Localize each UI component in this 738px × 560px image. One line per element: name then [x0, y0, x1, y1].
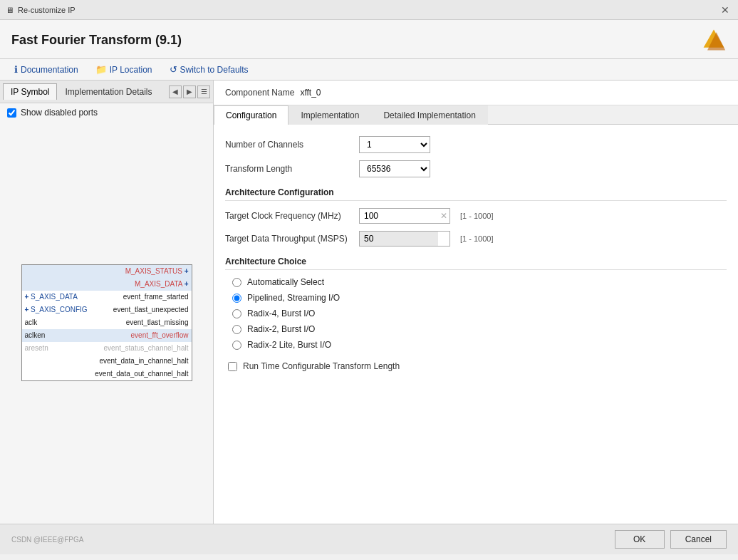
transform-length-row: Transform Length 65536 8 16 32768: [225, 160, 727, 177]
nav-menu-button[interactable]: ☰: [197, 85, 210, 98]
radio-pipelined: Pipelined, Streaming I/O: [225, 293, 727, 303]
m-axis-status-port: M_AXIS_STATUS +: [125, 266, 189, 277]
show-ports-row: Show disabled ports: [0, 103, 213, 122]
tab-implementation-details[interactable]: Implementation Details: [57, 83, 160, 100]
show-ports-checkbox[interactable]: [7, 108, 16, 118]
runtime-checkbox[interactable]: [228, 362, 237, 371]
bottom-buttons: OK Cancel: [615, 530, 727, 549]
content-area: IP Symbol Implementation Details ◀ ▶ ☰ S…: [0, 81, 738, 524]
target-clock-range: [1 - 1000]: [460, 212, 493, 220]
bottom-bar: CSDN @IEEE@FPGA OK Cancel: [0, 524, 738, 554]
info-icon: ℹ: [14, 64, 18, 75]
close-button[interactable]: ✕: [718, 4, 732, 16]
radio-radix2: Radix-2, Burst I/O: [225, 324, 727, 334]
aclken-row: aclken event_fft_overflow: [22, 329, 192, 342]
arch-config-title: Architecture Configuration: [225, 187, 727, 201]
radio-radix4: Radix-4, Burst I/O: [225, 308, 727, 318]
ip-symbol-area: M_AXIS_STATUS + M_AXIS_DATA + + S_AXIS_D…: [0, 122, 213, 524]
switch-defaults-label: Switch to Defaults: [180, 65, 249, 75]
radio-auto-select-input[interactable]: [232, 278, 241, 287]
target-throughput-input[interactable]: [360, 232, 438, 246]
event-data-in-row: event_data_in_channel_halt: [22, 355, 192, 368]
main-title: Fast Fourier Transform (9.1): [11, 33, 182, 48]
radio-radix2-label: Radix-2, Burst I/O: [247, 324, 315, 334]
runtime-label: Run Time Configurable Transform Length: [243, 361, 400, 371]
ip-location-button[interactable]: 📁 IP Location: [93, 63, 155, 76]
app-icon: 🖥: [6, 6, 14, 14]
documentation-button[interactable]: ℹ Documentation: [11, 63, 81, 76]
transform-length-label: Transform Length: [225, 164, 353, 174]
target-clock-input-wrapper: ✕: [359, 208, 450, 224]
radio-pipelined-label: Pipelined, Streaming I/O: [247, 293, 340, 303]
radio-pipelined-input[interactable]: [232, 294, 241, 303]
title-bar-left: 🖥 Re-customize IP: [6, 6, 76, 14]
s-axis-data-row: + S_AXIS_DATA event_frame_started: [22, 291, 192, 304]
right-panel: Component Name xfft_0 Configuration Impl…: [214, 81, 738, 524]
xilinx-logo: [701, 27, 727, 53]
left-panel: IP Symbol Implementation Details ◀ ▶ ☰ S…: [0, 81, 214, 524]
runtime-checkbox-row: Run Time Configurable Transform Length: [225, 361, 727, 371]
target-throughput-clear: ✕: [438, 234, 449, 244]
num-channels-row: Number of Channels 1 2 4 8: [225, 136, 727, 153]
arch-radio-group: Automatically Select Pipelined, Streamin…: [225, 277, 727, 350]
num-channels-label: Number of Channels: [225, 140, 353, 150]
location-icon: 📁: [95, 64, 107, 75]
panel-nav: ◀ ▶ ☰: [169, 85, 210, 98]
s-axis-config-row: + S_AXIS_CONFIG event_tlast_unexpected: [22, 304, 192, 316]
arch-choice-title: Architecture Choice: [225, 256, 727, 270]
ip-block: M_AXIS_STATUS + M_AXIS_DATA + + S_AXIS_D…: [21, 264, 192, 381]
target-throughput-input-wrapper: ✕: [359, 231, 450, 247]
m-axis-data-port: M_AXIS_DATA +: [135, 279, 189, 290]
config-content: Number of Channels 1 2 4 8 Transform Len…: [214, 125, 738, 524]
watermark: CSDN @IEEE@FPGA: [11, 536, 83, 544]
aclk-row: aclk event_tlast_missing: [22, 316, 192, 329]
transform-length-select[interactable]: 65536 8 16 32768: [359, 160, 430, 177]
main-header: Fast Fourier Transform (9.1): [0, 20, 738, 59]
radio-radix2-lite-label: Radix-2 Lite, Burst I/O: [247, 340, 331, 350]
aresetn-row: aresetn event_status_channel_halt: [22, 342, 192, 355]
switch-defaults-button[interactable]: ↺ Switch to Defaults: [167, 63, 251, 76]
component-name-value: xfft_0: [300, 88, 321, 98]
radio-auto-select: Automatically Select: [225, 277, 727, 287]
location-label: IP Location: [110, 65, 152, 75]
nav-next-button[interactable]: ▶: [183, 85, 196, 98]
radio-radix4-input[interactable]: [232, 309, 241, 318]
tab-implementation[interactable]: Implementation: [289, 105, 371, 125]
event-data-out-row: event_data_out_channel_halt: [22, 368, 192, 380]
title-bar-text: Re-customize IP: [18, 6, 76, 14]
cancel-button[interactable]: Cancel: [670, 530, 727, 549]
target-throughput-range: [1 - 1000]: [460, 234, 493, 243]
show-ports-label: Show disabled ports: [21, 108, 98, 118]
radio-radix2-input[interactable]: [232, 325, 241, 334]
tab-detailed-implementation[interactable]: Detailed Implementation: [371, 105, 487, 125]
component-name-row: Component Name xfft_0: [214, 81, 738, 105]
ok-button[interactable]: OK: [615, 530, 665, 549]
component-name-label: Component Name: [225, 88, 294, 98]
refresh-icon: ↺: [170, 64, 177, 75]
radio-radix2-lite-input[interactable]: [232, 341, 241, 350]
documentation-label: Documentation: [21, 65, 78, 75]
target-clock-row: Target Clock Frequency (MHz) ✕ [1 - 1000…: [225, 208, 727, 224]
target-throughput-label: Target Data Throughput (MSPS): [225, 234, 353, 244]
radio-radix2-lite: Radix-2 Lite, Burst I/O: [225, 340, 727, 350]
radio-radix4-label: Radix-4, Burst I/O: [247, 308, 315, 318]
nav-prev-button[interactable]: ◀: [169, 85, 182, 98]
tab-configuration[interactable]: Configuration: [214, 105, 289, 125]
left-panel-tabs: IP Symbol Implementation Details ◀ ▶ ☰: [0, 81, 213, 103]
title-bar: 🖥 Re-customize IP ✕: [0, 0, 738, 20]
num-channels-select[interactable]: 1 2 4 8: [359, 136, 430, 153]
target-clock-label: Target Clock Frequency (MHz): [225, 211, 353, 221]
toolbar: ℹ Documentation 📁 IP Location ↺ Switch t…: [0, 59, 738, 81]
tab-ip-symbol[interactable]: IP Symbol: [3, 83, 57, 100]
target-clock-clear[interactable]: ✕: [438, 211, 449, 221]
radio-auto-select-label: Automatically Select: [247, 277, 324, 287]
config-tabs: Configuration Implementation Detailed Im…: [214, 105, 738, 125]
target-throughput-row: Target Data Throughput (MSPS) ✕ [1 - 100…: [225, 231, 727, 247]
target-clock-input[interactable]: [360, 209, 438, 223]
